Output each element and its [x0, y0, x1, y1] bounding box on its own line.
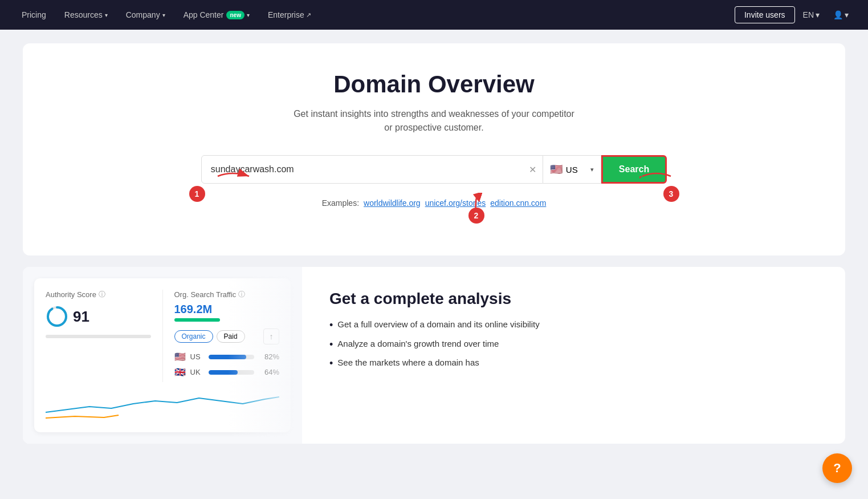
user-menu[interactable]: 👤 ▾ — [828, 10, 854, 19]
info-point-2: Analyze a domain's growth trend over tim… — [329, 339, 818, 351]
nav-label-company: Company — [126, 10, 160, 19]
authority-score: 91 — [46, 305, 151, 328]
user-icon: 👤 — [833, 10, 843, 19]
help-button[interactable]: ? — [822, 453, 852, 483]
us-flag-icon: 🇺🇸 — [174, 351, 186, 362]
nav-label-pricing: Pricing — [22, 10, 46, 19]
nav-item-enterprise[interactable]: Enterprise ↗ — [260, 0, 319, 30]
info-list: Get a full overview of a domain and its … — [329, 319, 818, 370]
external-link-icon: ↗ — [306, 11, 311, 19]
arrow-1-icon — [215, 168, 255, 185]
hero-card: Domain Overview Get instant insights int… — [23, 43, 845, 255]
nav-label-enterprise: Enterprise — [268, 10, 304, 19]
info-title: Get a complete analysis — [329, 290, 818, 308]
example-link-3[interactable]: edition.cnn.com — [490, 198, 546, 208]
bottom-section: Authority Score ⓘ 91 — [23, 267, 845, 444]
navbar: Pricing Resources ▾ Company ▾ App Center… — [0, 0, 868, 30]
arrow-3-icon — [639, 168, 674, 185]
page-content: Domain Overview Get instant insights int… — [0, 30, 868, 457]
chevron-down-icon: ▾ — [162, 12, 165, 18]
example-link-1[interactable]: worldwildlife.org — [364, 198, 421, 208]
nav-item-appcenter[interactable]: App Center new ▾ — [176, 0, 258, 30]
page-title: Domain Overview — [46, 71, 822, 98]
authority-label: Authority Score ⓘ — [46, 290, 151, 299]
step-badge-2: 2 — [468, 208, 484, 224]
tab-organic[interactable]: Organic — [174, 330, 213, 343]
lang-label: EN — [803, 10, 814, 19]
authority-bar — [46, 335, 151, 338]
clear-input-button[interactable]: ✕ — [529, 164, 536, 175]
hero-subtitle: Get instant insights into strengths and … — [46, 107, 822, 135]
nav-item-resources[interactable]: Resources ▾ — [56, 0, 116, 30]
authority-score-value: 91 — [73, 308, 89, 326]
country-name-uk: UK — [190, 368, 204, 376]
info-area: Get a complete analysis Get a full overv… — [302, 267, 845, 444]
nav-item-pricing[interactable]: Pricing — [14, 0, 54, 30]
traffic-bar — [174, 318, 220, 322]
chevron-down-icon: ▾ — [247, 12, 250, 18]
chevron-down-icon: ▾ — [590, 166, 594, 173]
examples-row: Examples: worldwildlife.org unicef.org/s… — [322, 193, 547, 233]
uk-flag-icon: 🇬🇧 — [174, 367, 186, 378]
app-center-badge: new — [226, 11, 244, 19]
country-select-dropdown[interactable]: US UK CA — [566, 165, 587, 175]
language-selector[interactable]: EN ▾ — [797, 10, 825, 19]
authority-block: Authority Score ⓘ 91 — [46, 290, 163, 382]
step-badge-1: 1 — [189, 186, 205, 202]
examples-label: Examples: — [322, 198, 359, 208]
authority-circle-chart — [46, 305, 68, 328]
widget-area: Authority Score ⓘ 91 — [23, 267, 302, 444]
chevron-down-icon: ▾ — [105, 12, 108, 18]
chevron-down-icon: ▾ — [845, 10, 849, 19]
nav-item-company[interactable]: Company ▾ — [118, 0, 173, 30]
search-row: ✕ 🇺🇸 US UK CA ▾ Search — [46, 155, 822, 184]
country-selector[interactable]: 🇺🇸 US UK CA ▾ — [543, 155, 601, 184]
svg-point-4 — [48, 307, 66, 326]
country-flag-icon: 🇺🇸 — [550, 163, 563, 176]
nav-label-appcenter: App Center — [184, 10, 224, 19]
nav-label-resources: Resources — [64, 10, 103, 19]
invite-users-button[interactable]: Invite users — [735, 6, 795, 23]
country-name-us: US — [190, 352, 204, 361]
chevron-down-icon: ▾ — [816, 10, 820, 19]
info-point-3: See the markets where a domain has — [329, 358, 818, 370]
blur-overlay — [228, 267, 302, 444]
info-point-1: Get a full overview of a domain and its … — [329, 319, 818, 332]
info-icon: ⓘ — [99, 290, 105, 299]
step-badge-3: 3 — [663, 186, 679, 202]
